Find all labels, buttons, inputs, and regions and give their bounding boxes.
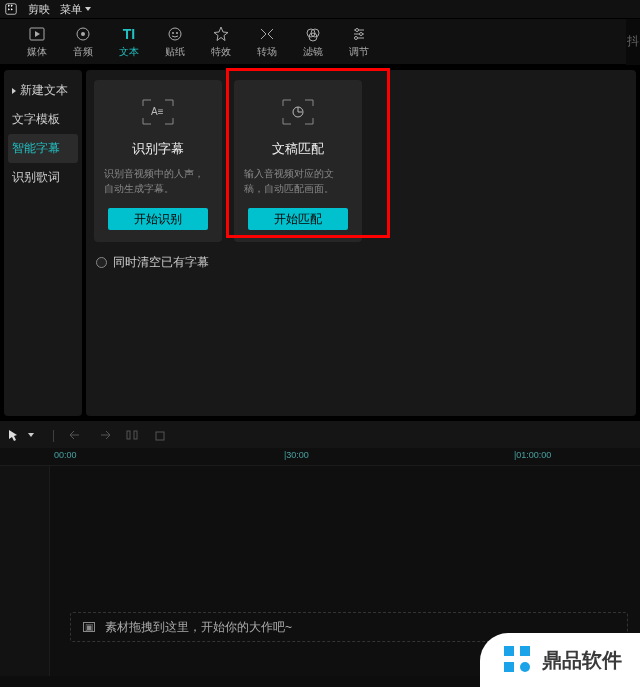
svg-point-6: [176, 32, 178, 34]
svg-point-12: [355, 36, 358, 39]
start-recognize-button[interactable]: 开始识别: [108, 208, 208, 230]
redo-button[interactable]: [97, 428, 111, 442]
brand-logo-icon: [502, 644, 532, 677]
media-icon: [29, 25, 45, 43]
svg-point-11: [360, 32, 363, 35]
svg-rect-19: [520, 646, 530, 656]
svg-rect-18: [504, 646, 514, 656]
tab-effect[interactable]: 特效: [198, 19, 244, 65]
timeline-toolbar: |: [0, 420, 640, 448]
sidebar-item-new-text[interactable]: 新建文本: [4, 76, 82, 105]
titlebar: 剪映 菜单: [0, 0, 640, 18]
svg-point-10: [356, 28, 359, 31]
nav-overflow[interactable]: 抖: [626, 19, 640, 65]
app-name: 剪映: [28, 2, 50, 17]
transition-icon: [259, 25, 275, 43]
split-button[interactable]: [125, 428, 139, 442]
separator: |: [52, 428, 55, 442]
sidebar-item-lyrics[interactable]: 识别歌词: [4, 163, 82, 192]
svg-rect-15: [127, 431, 130, 439]
brand-name: 鼎品软件: [542, 647, 622, 674]
chevron-down-icon: [85, 7, 91, 11]
tab-transition[interactable]: 转场: [244, 19, 290, 65]
timeline-ruler[interactable]: 00:00 |30:00 |01:00:00: [0, 448, 640, 466]
sticker-icon: [167, 25, 183, 43]
pointer-tool-button[interactable]: [6, 428, 20, 442]
tab-sticker[interactable]: 贴纸: [152, 19, 198, 65]
sidebar: 新建文本 文字模板 智能字幕 识别歌词: [4, 70, 82, 416]
tab-media[interactable]: 媒体: [14, 19, 60, 65]
track-header: [0, 466, 50, 676]
menu-label: 菜单: [60, 2, 82, 17]
filter-icon: [305, 25, 321, 43]
ruler-tick: |30:00: [284, 450, 309, 460]
text-icon: TI: [123, 25, 135, 43]
watermark: 鼎品软件: [480, 633, 640, 687]
card-title: 识别字幕: [132, 140, 184, 158]
card-desc: 识别音视频中的人声，自动生成字幕。: [102, 166, 214, 196]
audio-icon: [75, 25, 91, 43]
svg-point-5: [172, 32, 174, 34]
pointer-dropdown-icon[interactable]: [24, 428, 38, 442]
card-title: 文稿匹配: [272, 140, 324, 158]
svg-text:A≡: A≡: [151, 106, 164, 117]
undo-button[interactable]: [69, 428, 83, 442]
svg-point-21: [520, 662, 530, 672]
ruler-tick: 00:00: [54, 450, 77, 460]
svg-rect-16: [134, 431, 137, 439]
tab-filter[interactable]: 滤镜: [290, 19, 336, 65]
nav-tabs: 媒体 音频 TI 文本 贴纸 特效 转场 滤镜 调节 抖: [0, 18, 640, 64]
start-match-button[interactable]: 开始匹配: [248, 208, 348, 230]
workspace: 新建文本 文字模板 智能字幕 识别歌词 A≡ 识别字幕 识别音视频中的人声，自动…: [0, 64, 640, 420]
svg-rect-20: [504, 662, 514, 672]
sidebar-item-text-template[interactable]: 文字模板: [4, 105, 82, 134]
tab-text[interactable]: TI 文本: [106, 19, 152, 65]
svg-rect-17: [156, 432, 164, 440]
clear-captions-checkbox[interactable]: 同时清空已有字幕: [96, 254, 632, 271]
caption-icon: A≡: [140, 94, 176, 130]
card-recognize: A≡ 识别字幕 识别音视频中的人声，自动生成字幕。 开始识别: [94, 80, 222, 242]
overflow-icon: 抖: [627, 33, 639, 50]
card-match: 文稿匹配 输入音视频对应的文稿，自动匹配画面。 开始匹配: [234, 80, 362, 242]
match-icon: [280, 94, 316, 130]
card-desc: 输入音视频对应的文稿，自动匹配画面。: [242, 166, 354, 196]
tab-adjust[interactable]: 调节: [336, 19, 382, 65]
triangle-right-icon: [12, 88, 16, 94]
delete-button[interactable]: [153, 428, 167, 442]
app-logo-icon: [4, 2, 18, 16]
svg-point-4: [169, 28, 181, 40]
main-panel: A≡ 识别字幕 识别音视频中的人声，自动生成字幕。 开始识别 文稿匹配 输入音视…: [86, 70, 636, 416]
checkbox-icon: [96, 257, 107, 268]
add-media-icon: ▣: [83, 622, 95, 632]
effect-icon: [213, 25, 229, 43]
sidebar-item-smart-caption[interactable]: 智能字幕: [8, 134, 78, 163]
adjust-icon: [351, 25, 367, 43]
ruler-tick: |01:00:00: [514, 450, 551, 460]
svg-point-3: [81, 32, 85, 36]
menu-button[interactable]: 菜单: [60, 2, 91, 17]
tab-audio[interactable]: 音频: [60, 19, 106, 65]
